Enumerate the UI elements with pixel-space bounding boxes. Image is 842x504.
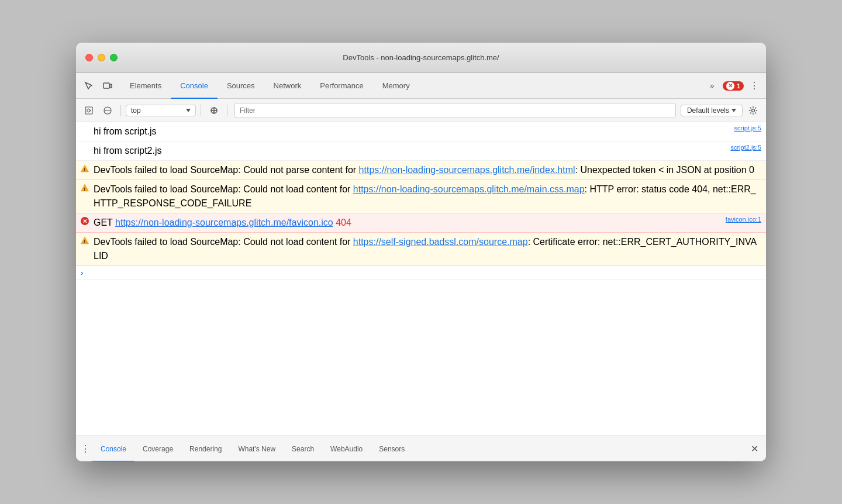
run-script-button[interactable] [81,102,97,119]
svg-rect-1 [110,84,112,88]
svg-text:!: ! [84,167,85,172]
warning-text-4-before: DevTools failed to load SourceMap: Could… [94,184,353,194]
console-source-2[interactable]: script2.js:5 [730,144,761,151]
warning-icon-1: ! [81,164,90,175]
window-title: DevTools - non-loading-sourcemaps.glitch… [343,53,499,62]
toolbar-divider-2 [201,105,201,116]
console-row-1: hi from script.js script.js:5 [76,122,766,141]
hide-network-button[interactable] [206,102,222,119]
tab-bar-icons [81,78,116,94]
warning-link-6[interactable]: https://self-signed.badssl.com/source.ma… [353,237,528,247]
maximize-button[interactable] [110,54,118,61]
console-row-5: ✕ GET https://non-loading-sourcemaps.gli… [76,213,766,233]
warning-text-6-before: DevTools failed to load SourceMap: Could… [94,237,353,247]
bottom-tab-search[interactable]: Search [284,436,322,462]
tab-network[interactable]: Network [264,73,311,99]
traffic-lights [85,54,118,61]
more-tabs-button[interactable]: » [705,79,719,93]
tab-memory[interactable]: Memory [373,73,419,99]
console-message-1: hi from script.js [94,125,730,139]
warning-link-3[interactable]: https://non-loading-sourcemaps.glitch.me… [359,165,575,175]
bottom-tab-coverage[interactable]: Coverage [134,436,181,462]
error-circle-icon: ✕ [81,217,89,225]
console-message-6: DevTools failed to load SourceMap: Could… [94,235,761,263]
error-icon-1: ✕ [81,217,90,225]
error-code-5: 404 [333,218,351,227]
console-text-2: hi from script2.js [94,146,161,156]
warning-text-3-before: DevTools failed to load SourceMap: Could… [94,165,359,175]
console-row-3: ! DevTools failed to load SourceMap: Cou… [76,161,766,180]
bottom-tab-rendering[interactable]: Rendering [181,436,230,462]
bottom-tab-webaudio[interactable]: WebAudio [322,436,371,462]
warning-link-4[interactable]: https://non-loading-sourcemaps.glitch.me… [353,184,585,194]
prompt-arrow-icon: › [81,268,83,277]
bottom-tab-console[interactable]: Console [92,436,134,462]
toolbar-divider-3 [227,105,227,116]
device-toolbar-icon[interactable] [99,78,116,94]
svg-rect-2 [85,107,92,114]
close-drawer-button[interactable]: ✕ [747,442,761,456]
close-button[interactable] [85,54,93,61]
console-text-1: hi from script.js [94,126,157,136]
console-message-2: hi from script2.js [94,144,726,158]
svg-rect-0 [103,83,109,88]
console-toolbar: top Default levels [76,99,766,122]
main-tabs: Elements Console Sources Network Perform… [120,73,705,99]
tab-elements[interactable]: Elements [120,73,171,99]
console-output: hi from script.js script.js:5 hi from sc… [76,122,766,436]
console-message-4: DevTools failed to load SourceMap: Could… [94,182,761,210]
bottom-tab-whatsnew[interactable]: What's New [230,436,284,462]
console-row-4: ! DevTools failed to load SourceMap: Cou… [76,180,766,213]
toolbar-divider-1 [120,105,121,116]
devtools-menu-button[interactable]: ⋮ [747,79,761,93]
bottom-tab-sensors[interactable]: Sensors [371,436,413,462]
title-bar: DevTools - non-loading-sourcemaps.glitch… [76,43,766,73]
warning-icon-2: ! [81,184,90,194]
svg-text:!: ! [84,239,85,244]
console-row-6: ! DevTools failed to load SourceMap: Cou… [76,233,766,266]
log-levels-button[interactable]: Default levels [681,105,743,116]
warning-text-3-after: : Unexpected token < in JSON at position… [575,165,754,175]
console-prompt-row[interactable]: › [76,266,766,280]
error-badge-icon: ✕ [726,82,734,90]
bottom-tab-bar: ⋮ Console Coverage Rendering What's New … [76,436,766,461]
error-text-5-before: GET [94,218,115,227]
context-select[interactable]: top [126,105,196,116]
minimize-button[interactable] [98,54,105,61]
console-row-2: hi from script2.js script2.js:5 [76,141,766,161]
error-link-5[interactable]: https://non-loading-sourcemaps.glitch.me… [115,218,333,227]
filter-input[interactable] [234,103,676,118]
tab-sources[interactable]: Sources [218,73,264,99]
svg-text:!: ! [84,187,85,192]
main-tab-bar: Elements Console Sources Network Perform… [76,73,766,99]
console-settings-button[interactable] [745,102,761,119]
svg-point-8 [752,109,755,112]
devtools-window: DevTools - non-loading-sourcemaps.glitch… [76,43,766,461]
tab-bar-right: » ✕ 1 ⋮ [705,79,761,93]
bottom-menu-icon[interactable]: ⋮ [81,443,90,454]
inspect-element-icon[interactable] [81,78,97,94]
console-message-5: GET https://non-loading-sourcemaps.glitc… [94,216,721,230]
console-source-1[interactable]: script.js:5 [734,125,761,132]
error-count-badge[interactable]: ✕ 1 [723,81,744,91]
console-source-5[interactable]: favicon.ico:1 [726,216,761,223]
devtools-body: top Default levels [76,99,766,461]
clear-console-button[interactable] [99,102,116,119]
console-message-3: DevTools failed to load SourceMap: Could… [94,163,761,177]
warning-icon-3: ! [81,236,90,247]
tab-performance[interactable]: Performance [310,73,372,99]
tab-console[interactable]: Console [171,73,218,99]
